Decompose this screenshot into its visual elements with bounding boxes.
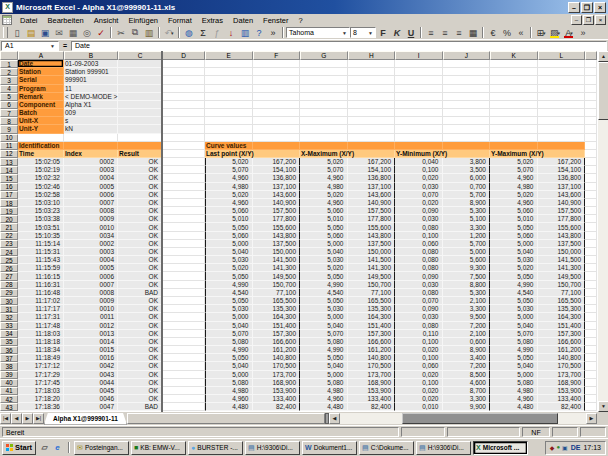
cell-K26[interactable]: 5,020 (490, 264, 538, 272)
paste-button[interactable]: ▥ (142, 26, 156, 39)
cell-I34[interactable]: 0,110 (395, 330, 443, 338)
cell-H42[interactable]: 133,400 (348, 395, 396, 403)
cell-C19[interactable]: OK (118, 207, 162, 215)
cell-I6[interactable] (395, 101, 443, 109)
cell-A19[interactable]: 15:03:23 (18, 207, 64, 215)
cell-J21[interactable]: 3,300 (443, 223, 491, 231)
cell-G41[interactable]: 4,980 (300, 387, 348, 395)
cell-H1[interactable] (348, 60, 396, 68)
task-button-1[interactable]: ■KB: EMW-V... (131, 441, 186, 455)
cell-G11[interactable] (300, 142, 348, 150)
cell-M32[interactable] (585, 313, 597, 321)
row-header-29[interactable]: 29 (0, 289, 18, 297)
cell-K12[interactable]: Y-Maximum (X/Y) (490, 150, 538, 158)
align-left-button[interactable]: ≡ (424, 26, 438, 39)
cell-L14[interactable]: 154,100 (538, 166, 586, 174)
cell-C29[interactable]: BAD (118, 289, 162, 297)
cell-C17[interactable]: OK (118, 191, 162, 199)
cell-H12[interactable] (348, 150, 396, 158)
cell-G29[interactable]: 4,540 (300, 289, 348, 297)
cell-G40[interactable]: 5,080 (300, 379, 348, 387)
cell-E40[interactable]: 5,080 (205, 379, 253, 387)
bold-button[interactable]: F (376, 26, 390, 39)
cell-H43[interactable]: 82,400 (348, 403, 396, 411)
cell-G26[interactable]: 5,020 (300, 264, 348, 272)
cell-A2[interactable]: Station (18, 68, 64, 76)
cell-L41[interactable]: 153,900 (538, 387, 586, 395)
cell-F38[interactable]: 170,500 (253, 362, 301, 370)
cell-D1[interactable] (162, 60, 205, 68)
cell-C32[interactable]: OK (118, 313, 162, 321)
cell-J22[interactable]: 1,200 (443, 232, 491, 240)
cell-C8[interactable] (118, 117, 162, 125)
chevron-down-icon[interactable]: ▾ (171, 30, 174, 36)
cell-G4[interactable] (300, 85, 348, 93)
cell-D38[interactable] (162, 362, 205, 370)
row-header-27[interactable]: 27 (0, 272, 18, 280)
cell-E5[interactable] (205, 93, 253, 101)
cell-F23[interactable]: 137,500 (253, 240, 301, 248)
cell-J40[interactable]: 4,600 (443, 379, 491, 387)
cell-A38[interactable]: 17:17:12 (18, 362, 64, 370)
cell-G17[interactable]: 5,020 (300, 191, 348, 199)
cell-D25[interactable] (162, 256, 205, 264)
row-header-31[interactable]: 31 (0, 305, 18, 313)
row-header-25[interactable]: 25 (0, 256, 18, 264)
cell-H36[interactable]: 161,200 (348, 346, 396, 354)
cell-K14[interactable]: 5,070 (490, 166, 538, 174)
cell-K22[interactable]: 5,060 (490, 232, 538, 240)
help-button[interactable]: ? (252, 26, 266, 39)
cell-B41[interactable]: 0045 (64, 387, 118, 395)
cell-A22[interactable]: 15:10:35 (18, 232, 64, 240)
cell-D29[interactable] (162, 289, 205, 297)
cell-F32[interactable]: 164,300 (253, 313, 301, 321)
cell-M39[interactable] (585, 371, 597, 379)
cell-I39[interactable]: 0,020 (395, 371, 443, 379)
cell-B40[interactable]: 0044 (64, 379, 118, 387)
cell-E29[interactable]: 4,540 (205, 289, 253, 297)
cell-C26[interactable]: OK (118, 264, 162, 272)
row-header-7[interactable]: 7 (0, 109, 18, 117)
cell-M35[interactable] (585, 338, 597, 346)
cell-F24[interactable]: 150,000 (253, 248, 301, 256)
cell-F15[interactable]: 136,800 (253, 174, 301, 182)
cell-G16[interactable]: 4,980 (300, 183, 348, 191)
menu-item-2[interactable]: Ansicht (89, 16, 124, 25)
menu-item-4[interactable]: Format (163, 16, 197, 25)
cell-B13[interactable]: 0002 (64, 158, 118, 166)
cell-D32[interactable] (162, 313, 205, 321)
cell-E19[interactable]: 5,060 (205, 207, 253, 215)
scroll-down-icon[interactable]: ▼ (598, 401, 608, 412)
cell-F12[interactable] (253, 150, 301, 158)
cell-K31[interactable]: 5,030 (490, 305, 538, 313)
cell-K8[interactable] (490, 117, 538, 125)
vertical-scrollbar[interactable]: ▲ ▼ (597, 51, 608, 412)
cell-B24[interactable]: 0003 (64, 248, 118, 256)
undo-button[interactable]: ↶▾ (162, 26, 176, 39)
cell-L37[interactable]: 140,800 (538, 354, 586, 362)
cell-L21[interactable]: 155,600 (538, 223, 586, 231)
cell-D43[interactable] (162, 403, 205, 411)
column-header-G[interactable]: G (300, 51, 348, 60)
cell-I43[interactable]: 0,010 (395, 403, 443, 411)
cell-E2[interactable] (205, 68, 253, 76)
cell-L6[interactable] (538, 101, 586, 109)
cell-A37[interactable]: 11:18:49 (18, 354, 64, 362)
cell-E27[interactable]: 5,050 (205, 272, 253, 280)
cell-E30[interactable]: 5,050 (205, 297, 253, 305)
cell-F10[interactable] (253, 134, 301, 142)
cell-G34[interactable]: 5,070 (300, 330, 348, 338)
column-header-I[interactable]: I (395, 51, 443, 60)
cell-C21[interactable]: OK (118, 223, 162, 231)
cell-F30[interactable]: 165,500 (253, 297, 301, 305)
edit-formula-button[interactable]: = (59, 42, 71, 49)
cell-D40[interactable] (162, 379, 205, 387)
cell-C39[interactable]: OK (118, 371, 162, 379)
cell-A15[interactable]: 15:02:32 (18, 174, 64, 182)
cell-K1[interactable] (490, 60, 538, 68)
cell-K3[interactable] (490, 76, 538, 84)
cell-M15[interactable] (585, 174, 597, 182)
cell-M33[interactable] (585, 322, 597, 330)
cell-K29[interactable]: 4,540 (490, 289, 538, 297)
cell-L43[interactable]: 82,400 (538, 403, 586, 411)
